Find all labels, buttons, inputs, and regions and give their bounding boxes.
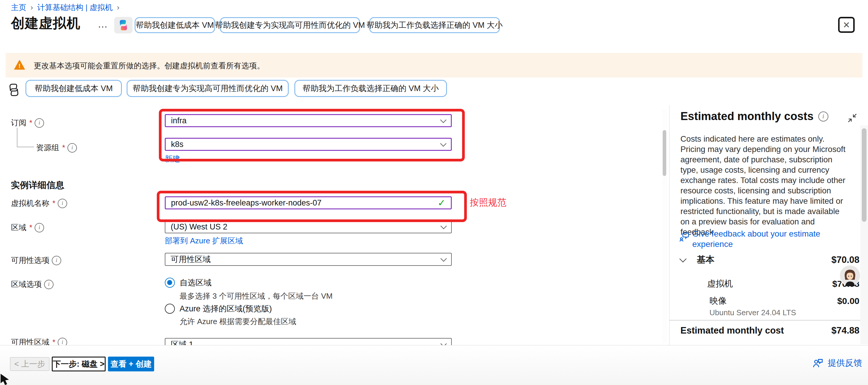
radio-unselected-icon [165, 304, 175, 314]
info-icon[interactable]: i [35, 223, 44, 232]
cost-panel-header: Estimated monthly costs i [680, 110, 828, 123]
close-icon: ✕ [842, 20, 850, 30]
copilot-suggestion-button[interactable]: 帮助我创建低成本 VM [134, 17, 215, 33]
vm-name-input[interactable]: prod-usw2-k8s-freeleaps-worker-nodes-07 … [165, 196, 452, 210]
copilot-suggestion-button[interactable]: 帮助我创建低成本 VM [26, 80, 122, 97]
collapse-icon[interactable] [847, 113, 857, 123]
copilot-suggestion-button[interactable]: 帮助我为工作负载选择正确的 VM 大小 [369, 17, 500, 33]
required-asterisk: * [52, 199, 55, 208]
chevron-right-icon: › [117, 3, 120, 12]
resource-group-value: k8s [171, 140, 183, 149]
chevron-down-icon [440, 255, 447, 261]
instance-details-heading: 实例详细信息 [11, 179, 64, 191]
cost-panel-description: Costs indicated here are estimates only.… [680, 134, 848, 237]
panel-divider [669, 105, 670, 345]
panel-scrollbar-thumb[interactable] [862, 128, 867, 222]
chevron-down-icon [440, 140, 446, 147]
required-asterisk: * [29, 118, 32, 127]
mouse-cursor [0, 373, 10, 385]
radio-selected-icon [165, 278, 175, 288]
copilot-icon [117, 19, 130, 31]
chevron-down-icon [440, 223, 447, 229]
warning-icon: ! [13, 59, 26, 71]
cost-total-divider [669, 320, 860, 321]
vm-name-label: 虚拟机名称 * i [11, 198, 67, 208]
person-feedback-icon [812, 357, 824, 369]
cost-row-value: $70.08 [831, 255, 860, 265]
cost-row-basic[interactable]: 基本 $70.08 [680, 254, 860, 266]
info-icon[interactable]: i [52, 256, 61, 265]
chevron-down-icon [679, 255, 686, 262]
tree-connector [17, 128, 34, 147]
estimate-feedback-link[interactable]: Give feedback about your estimate experi… [692, 229, 851, 249]
cost-total-label: Estimated monthly cost [680, 325, 784, 336]
review-create-button[interactable]: 查看 + 创建 [108, 357, 154, 372]
breadcrumb-home-link[interactable]: 主页 [11, 2, 26, 13]
resource-group-dropdown[interactable]: k8s [165, 138, 452, 151]
create-new-resource-group-link[interactable]: 新建 [165, 154, 180, 164]
cost-panel-title: Estimated monthly costs [680, 110, 813, 123]
cost-total-value: $74.88 [831, 325, 860, 336]
info-icon[interactable]: i [818, 111, 828, 122]
info-icon[interactable]: i [58, 199, 67, 208]
zone-option-desc: 最多选择 3 个可用性区域，每个区域一台 VM [180, 291, 333, 301]
main-scrollbar-thumb[interactable] [663, 130, 666, 176]
svg-text:!: ! [19, 62, 21, 69]
more-options-button[interactable]: … [98, 18, 108, 30]
copilot-outline-icon [7, 83, 21, 97]
info-icon[interactable]: i [35, 118, 44, 128]
cost-row-label: 虚拟机 [707, 278, 733, 290]
cost-row-value: $0.00 [837, 296, 860, 306]
page-title: 创建虚拟机 [11, 14, 81, 33]
subscription-dropdown[interactable]: infra [165, 114, 452, 127]
breadcrumb: 主页 › 计算基础结构 | 虚拟机 › [11, 2, 124, 12]
valid-check-icon: ✓ [438, 197, 445, 208]
region-dropdown[interactable]: (US) West US 2 [165, 220, 452, 233]
previous-button[interactable]: < 上一步 [10, 357, 50, 371]
zone-option-azure-select[interactable]: Azure 选择的区域(预览版) [165, 303, 272, 314]
next-disks-button[interactable]: 下一步: 磁盘 > [52, 357, 105, 372]
cost-row-label: 映像 [709, 295, 726, 307]
breadcrumb-vm-link[interactable]: 计算基础结构 | 虚拟机 [37, 2, 113, 13]
feedback-chat-icon [679, 231, 690, 242]
region-value: (US) West US 2 [171, 222, 227, 231]
zone-options-label: 区域选项 i [11, 279, 54, 289]
cost-row-vm: 虚拟机 $70.08 [707, 278, 860, 290]
availability-options-value: 可用性区域 [171, 254, 211, 265]
subscription-label: 订阅 * i [11, 118, 44, 128]
close-button[interactable]: ✕ [838, 17, 855, 33]
region-label: 区域 * i [11, 222, 44, 233]
chevron-down-icon [440, 117, 446, 123]
warning-banner-text: 更改基本选项可能会重置所做的选择。创建虚拟机前查看所有选项。 [34, 61, 265, 71]
chevron-right-icon: › [30, 3, 33, 12]
required-asterisk: * [62, 143, 65, 152]
required-asterisk: * [29, 223, 32, 232]
zone-option-desc: 允许 Azure 根据需要分配最佳区域 [180, 316, 296, 327]
vm-name-value: prod-usw2-k8s-freeleaps-worker-nodes-07 [171, 198, 321, 207]
subscription-value: infra [171, 116, 187, 125]
info-icon[interactable]: i [67, 143, 77, 153]
copilot-suggestion-button[interactable]: 帮助我为工作负载选择正确的 VM 大小 [294, 80, 447, 97]
feedback-link[interactable]: 提供反馈 [812, 357, 862, 369]
zone-option-self-select[interactable]: 自选区域 [165, 277, 212, 288]
assistant-avatar[interactable] [839, 265, 861, 286]
copilot-suggestion-button[interactable]: 帮助我创建专为实现高可用性而优化的 VM [220, 17, 360, 33]
warning-banner: ! 更改基本选项可能会重置所做的选择。创建虚拟机前查看所有选项。 [6, 53, 862, 77]
cost-row-image: 映像 $0.00 [709, 295, 860, 307]
feedback-link-label: 提供反馈 [828, 357, 862, 369]
cost-total-row: Estimated monthly cost $74.88 [680, 325, 860, 336]
footer-bar: < 上一步 下一步: 磁盘 > 查看 + 创建 提供反馈 [0, 345, 868, 385]
copilot-button[interactable] [114, 17, 132, 33]
copilot-suggestion-button[interactable]: 帮助我创建专为实现高可用性而优化的 VM [127, 80, 289, 97]
annotation-text: 按照规范 [470, 196, 506, 209]
availability-options-dropdown[interactable]: 可用性区域 [165, 253, 452, 266]
resource-group-label: 资源组 * i [36, 142, 77, 153]
cost-row-label: 基本 [697, 254, 714, 266]
cost-row-sublabel: Ubuntu Server 24.04 LTS [709, 308, 796, 317]
edge-zone-link[interactable]: 部署到 Azure 扩展区域 [165, 236, 243, 246]
info-icon[interactable]: i [44, 280, 54, 289]
availability-options-label: 可用性选项 i [11, 255, 61, 265]
